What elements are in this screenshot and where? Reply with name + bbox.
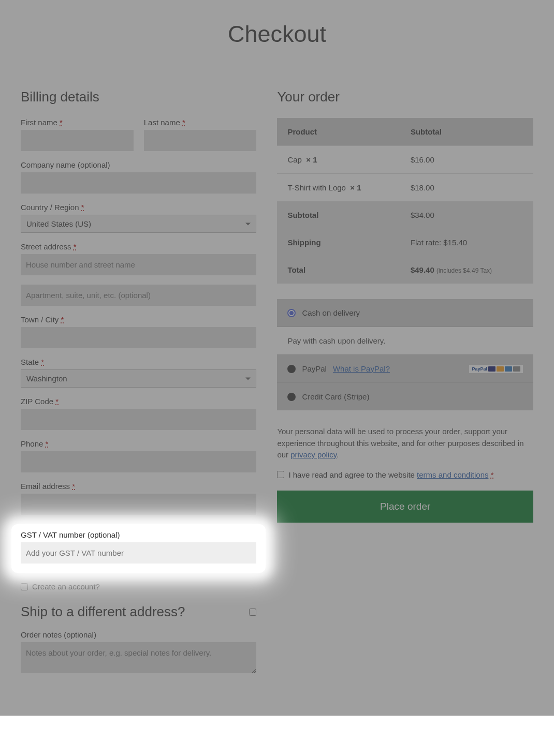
payment-stripe[interactable]: Credit Card (Stripe) (277, 382, 533, 410)
terms-checkbox[interactable] (277, 471, 284, 478)
state-label: State * (21, 358, 256, 366)
payment-cod[interactable]: Cash on delivery (277, 299, 533, 327)
last-name-input[interactable] (144, 130, 257, 151)
phone-label: Phone * (21, 439, 256, 448)
gst-label: GST / VAT number (optional) (21, 530, 256, 539)
state-select[interactable]: Washington (21, 369, 256, 388)
country-select[interactable]: United States (US) (21, 215, 256, 233)
total-label: Total (277, 256, 400, 284)
shipping-value: Flat rate: $15.40 (400, 229, 533, 256)
street2-input[interactable] (21, 285, 256, 306)
city-label: Town / City * (21, 315, 256, 324)
zip-label: ZIP Code * (21, 397, 256, 406)
street-input[interactable] (21, 254, 256, 275)
payment-paypal[interactable]: PayPal What is PayPal? PayPal (277, 354, 533, 382)
total-value: $49.40 (411, 265, 434, 274)
ship-different-checkbox[interactable] (249, 609, 256, 616)
place-order-button[interactable]: Place order (277, 491, 533, 523)
company-input[interactable] (21, 172, 256, 194)
gst-input[interactable] (21, 542, 256, 564)
company-label: Company name (optional) (21, 160, 256, 169)
email-label: Email address * (21, 482, 256, 491)
terms-conditions-link[interactable]: terms and conditions (417, 470, 488, 479)
phone-input[interactable] (21, 451, 256, 472)
city-input[interactable] (21, 327, 256, 348)
first-name-label: First name * (21, 118, 134, 127)
radio-icon (287, 309, 296, 317)
notes-label: Order notes (optional) (21, 630, 256, 639)
page-title: Checkout (21, 21, 533, 48)
payment-methods: Cash on delivery Pay with cash upon deli… (277, 299, 533, 410)
shipping-label: Shipping (277, 229, 400, 256)
ship-different-heading: Ship to a different address? (21, 604, 185, 620)
last-name-label: Last name * (144, 118, 257, 127)
country-label: Country / Region * (21, 203, 256, 212)
table-row: Cap × 1 $16.00 (277, 146, 533, 174)
paypal-cards-icon: PayPal (469, 365, 523, 373)
notes-textarea[interactable] (21, 642, 256, 673)
th-subtotal: Subtotal (400, 118, 533, 146)
radio-icon (287, 365, 296, 373)
table-row: T-Shirt with Logo × 1 $18.00 (277, 174, 533, 202)
order-table: Product Subtotal Cap × 1 $16.00 T-Shirt … (277, 118, 533, 284)
subtotal-value: $34.00 (400, 201, 533, 229)
zip-input[interactable] (21, 409, 256, 430)
terms-label[interactable]: I have read and agree to the website ter… (288, 470, 493, 479)
radio-icon (287, 393, 296, 401)
what-is-paypal-link[interactable]: What is PayPal? (333, 364, 390, 373)
billing-heading: Billing details (21, 89, 256, 105)
create-account-checkbox[interactable] (21, 583, 28, 590)
create-account-label[interactable]: Create an account? (32, 582, 100, 591)
privacy-policy-link[interactable]: privacy policy (290, 450, 337, 459)
tax-note: (includes $4.49 Tax) (436, 267, 492, 274)
email-input[interactable] (21, 494, 256, 515)
order-heading: Your order (277, 89, 533, 105)
privacy-text: Your personal data will be used to proce… (277, 426, 533, 461)
first-name-input[interactable] (21, 130, 134, 151)
subtotal-label: Subtotal (277, 201, 400, 229)
street-label: Street address * (21, 242, 256, 251)
cod-description: Pay with cash upon delivery. (277, 327, 533, 354)
th-product: Product (277, 118, 400, 146)
